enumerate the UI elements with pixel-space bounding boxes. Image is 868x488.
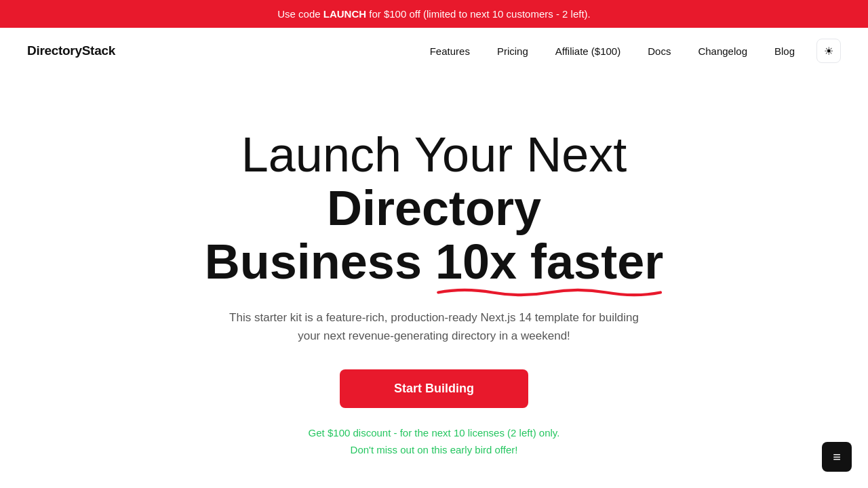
- discount-line1: Get $100 discount - for the next 10 lice…: [309, 424, 560, 442]
- nav-pricing[interactable]: Pricing: [486, 40, 539, 62]
- nav-changelog[interactable]: Changelog: [687, 40, 758, 62]
- discount-info: Get $100 discount - for the next 10 lice…: [309, 424, 560, 459]
- discount-line2: Don't miss out on this early bird offer!: [309, 441, 560, 459]
- hero-title-part1: Launch Your Next: [241, 127, 627, 182]
- announcement-suffix: for $100 off (limited to next 10 custome…: [366, 8, 591, 20]
- logo[interactable]: DirectoryStack: [27, 43, 115, 58]
- hero-section: Launch Your Next Directory Business 10x …: [0, 74, 868, 488]
- logo-text: Directory: [27, 43, 82, 58]
- nav-features[interactable]: Features: [419, 40, 481, 62]
- announcement-prefix: Use code: [277, 8, 323, 20]
- scroll-indicator-button[interactable]: ≡: [822, 442, 852, 472]
- nav-affiliate[interactable]: Affiliate ($100): [545, 40, 631, 62]
- main-nav: Features Pricing Affiliate ($100) Docs C…: [419, 39, 841, 63]
- header: DirectoryStack Features Pricing Affiliat…: [0, 28, 868, 74]
- cta-start-building-button[interactable]: Start Building: [340, 369, 528, 408]
- theme-toggle-button[interactable]: ☀: [816, 39, 841, 63]
- menu-icon: ≡: [833, 450, 841, 464]
- nav-docs[interactable]: Docs: [637, 40, 682, 62]
- announcement-code: LAUNCH: [323, 8, 366, 20]
- hero-title-part2: Business: [205, 235, 435, 289]
- hero-title: Launch Your Next Directory Business 10x …: [129, 128, 739, 289]
- logo-stack-text: Stack: [82, 43, 115, 58]
- hero-title-highlight: 10x faster: [435, 235, 663, 289]
- nav-blog[interactable]: Blog: [764, 40, 806, 62]
- announcement-bar: Use code LAUNCH for $100 off (limited to…: [0, 0, 868, 28]
- hero-subtitle: This starter kit is a feature-rich, prod…: [217, 308, 651, 345]
- hero-title-bold: Directory: [327, 181, 541, 235]
